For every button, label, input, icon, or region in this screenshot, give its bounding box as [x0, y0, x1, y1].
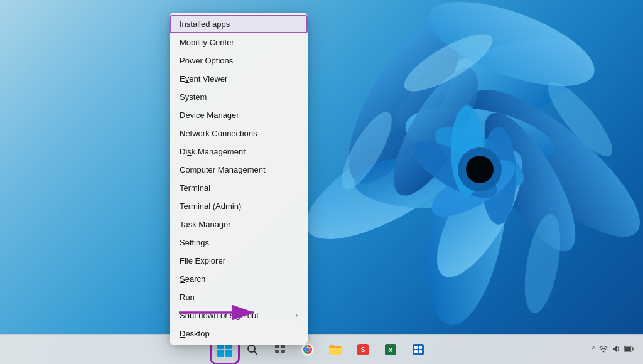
menu-item-terminal-admin[interactable]: Terminal (Admin) [170, 197, 308, 215]
network-icon[interactable] [599, 345, 608, 353]
menu-item-settings[interactable]: Settings [170, 233, 308, 252]
files-button[interactable] [323, 337, 348, 362]
taskbar: S X [0, 334, 643, 364]
menu-item-terminal[interactable]: Terminal [170, 179, 308, 197]
menu-item-computer-management[interactable]: Computer Management [170, 161, 308, 179]
folder-icon [328, 344, 342, 355]
menu-item-system[interactable]: System [170, 88, 308, 106]
menu-item-mobility-center[interactable]: Mobility Center [170, 33, 308, 51]
app1-button[interactable]: S [350, 337, 376, 362]
svg-rect-41 [419, 350, 422, 353]
excel-button[interactable]: X [378, 337, 403, 362]
submenu-chevron-icon: › [296, 312, 298, 319]
excel-icon: X [384, 343, 397, 356]
system-tray: ^ [588, 334, 638, 364]
svg-line-25 [254, 351, 257, 354]
volume-icon[interactable] [612, 345, 620, 353]
svg-rect-29 [281, 350, 285, 353]
menu-item-network-connections[interactable]: Network Connections [170, 124, 308, 142]
menu-item-installed-apps[interactable]: Installed apps [170, 15, 308, 33]
app1-icon: S [356, 343, 370, 356]
menu-item-task-manager[interactable]: Task Manager [170, 215, 308, 233]
svg-rect-39 [419, 346, 422, 349]
svg-rect-28 [275, 350, 279, 353]
svg-point-32 [306, 348, 310, 351]
menu-item-file-explorer[interactable]: File Explorer [170, 252, 308, 270]
svg-text:X: X [389, 347, 392, 353]
svg-rect-38 [414, 346, 418, 349]
arrow-svg [176, 299, 264, 327]
svg-point-42 [603, 351, 605, 353]
battery-icon[interactable] [624, 346, 634, 352]
svg-rect-37 [413, 344, 424, 355]
task-view-icon [274, 344, 286, 355]
menu-item-device-manager[interactable]: Device Manager [170, 106, 308, 124]
tray-overflow-icon[interactable]: ^ [592, 345, 595, 353]
svg-rect-40 [414, 350, 418, 353]
svg-rect-26 [275, 345, 279, 348]
desktop: Installed apps Mobility Center Power Opt… [0, 0, 643, 364]
arrow-annotation [176, 299, 264, 329]
app2-button[interactable] [406, 337, 431, 362]
menu-item-disk-management[interactable]: Disk Management [170, 142, 308, 161]
menu-item-search[interactable]: Search [170, 270, 308, 288]
tray-icons[interactable]: ^ [588, 342, 638, 356]
menu-item-power-options[interactable]: Power Options [170, 51, 308, 70]
svg-rect-27 [281, 345, 285, 348]
svg-point-17 [466, 156, 494, 183]
context-menu: Installed apps Mobility Center Power Opt… [170, 13, 308, 345]
svg-rect-44 [625, 347, 631, 351]
svg-text:S: S [361, 346, 365, 353]
menu-item-event-viewer[interactable]: Event Viewer [170, 70, 308, 88]
app2-icon [411, 343, 425, 356]
search-icon [247, 344, 258, 355]
